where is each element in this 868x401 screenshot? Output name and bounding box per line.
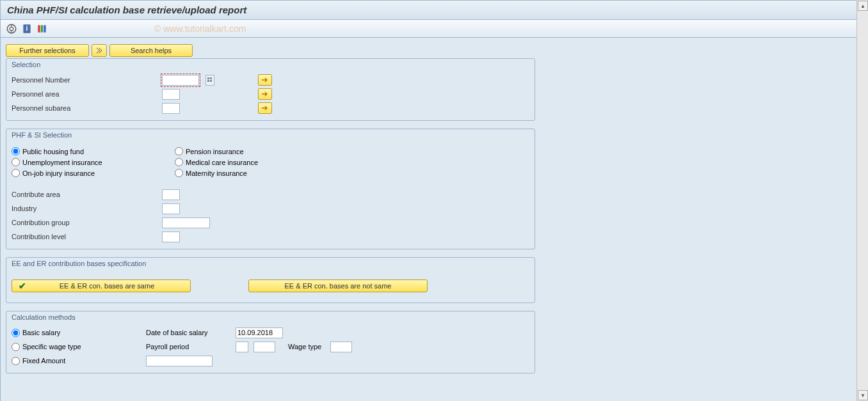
radio-basic-salary[interactable] (12, 329, 20, 337)
expand-arrow-button[interactable] (92, 44, 107, 57)
page-title: China PHF/SI calculation base retrieve/u… (7, 4, 246, 15)
date-of-basic-salary-input[interactable] (236, 327, 283, 338)
personnel-subarea-label: Personnel subarea (12, 104, 162, 112)
group-title: Calculation methods (6, 311, 534, 323)
main-container: Further selections Search helps Selectio… (0, 38, 868, 401)
wage-type-input[interactable] (330, 342, 352, 352)
radio-phf[interactable]: Public housing fund (12, 147, 175, 155)
radio-input[interactable] (12, 158, 20, 166)
radio-fixed-amount[interactable] (12, 357, 20, 365)
radio-input[interactable] (175, 169, 183, 177)
application-toolbar: i © www.tutorialkart.com (0, 20, 868, 38)
group-phf-si: PHF & SI Selection Public housing fund P… (6, 129, 535, 249)
f4-help-icon[interactable] (205, 75, 214, 86)
page-title-bar: China PHF/SI calculation base retrieve/u… (0, 0, 868, 20)
personnel-number-label: Personnel Number (12, 76, 162, 84)
radio-input[interactable] (12, 147, 20, 155)
radio-label: Fixed Amount (22, 357, 65, 365)
radio-specific-wage-type[interactable] (12, 343, 20, 351)
multiple-selection-button[interactable] (258, 88, 272, 100)
color-bars-icon[interactable] (36, 23, 48, 35)
radio-label: Public housing fund (22, 148, 84, 155)
further-selections-button[interactable]: Further selections (6, 44, 89, 57)
group-ee-er: EE and ER contribution bases specificati… (6, 257, 535, 303)
payroll-period-input-2[interactable] (253, 342, 275, 352)
payroll-period-input-1[interactable] (236, 342, 248, 352)
group-selection: Selection Personnel Number (6, 58, 535, 121)
svg-rect-10 (210, 77, 212, 79)
radio-label: Basic salary (22, 329, 60, 336)
radio-label: Unemployment insurance (22, 159, 102, 166)
personnel-number-input[interactable] (162, 75, 199, 86)
group-title: Selection (6, 59, 534, 70)
scroll-down-button[interactable]: ▼ (858, 390, 868, 400)
radio-label: Pension insurance (186, 148, 244, 155)
radio-injury[interactable]: On-job injury insurance (12, 169, 175, 177)
group-title: EE and ER contribution bases specificati… (6, 258, 534, 269)
contribution-group-label: Contribution group (12, 219, 162, 226)
radio-label: On-job injury insurance (22, 169, 95, 177)
content-area: Further selections Search helps Selectio… (1, 38, 867, 401)
search-helps-button[interactable]: Search helps (109, 44, 193, 57)
button-label: Search helps (131, 47, 172, 54)
button-label: EE & ER con. bases are same (30, 282, 184, 290)
svg-rect-7 (41, 25, 43, 32)
svg-point-1 (10, 27, 13, 31)
industry-label: Industry (12, 205, 162, 212)
svg-text:i: i (26, 25, 28, 32)
personnel-area-input[interactable] (162, 89, 180, 100)
multiple-selection-button[interactable] (258, 102, 272, 114)
watermark-text: © www.tutorialkart.com (154, 24, 246, 34)
wage-type-label: Wage type (288, 343, 321, 350)
ee-er-same-button[interactable]: ✔ EE & ER con. bases are same (12, 279, 191, 292)
payroll-period-label: Payroll period (146, 343, 236, 350)
group-calculation-methods: Calculation methods Basic salary Date of… (6, 311, 535, 373)
industry-input[interactable] (162, 203, 180, 214)
ee-er-not-same-button[interactable]: EE & ER con. bases are not same (248, 279, 428, 292)
radio-input[interactable] (12, 169, 20, 177)
execute-icon[interactable] (6, 23, 17, 35)
personnel-area-label: Personnel area (12, 90, 162, 98)
svg-rect-6 (38, 25, 40, 32)
contribution-group-input[interactable] (162, 217, 210, 228)
top-button-row: Further selections Search helps (6, 44, 862, 57)
contribute-area-label: Contribute area (12, 191, 162, 198)
button-label: EE & ER con. bases are not same (285, 282, 392, 290)
radio-pension[interactable]: Pension insurance (175, 147, 338, 155)
radio-label: Specific wage type (22, 343, 81, 350)
radio-maternity[interactable]: Maternity insurance (175, 169, 338, 177)
svg-rect-12 (210, 80, 212, 82)
radio-unemployment[interactable]: Unemployment insurance (12, 158, 175, 166)
personnel-subarea-input[interactable] (162, 103, 180, 114)
svg-rect-11 (207, 80, 209, 82)
checkmark-icon: ✔ (19, 281, 26, 291)
svg-rect-9 (207, 77, 209, 79)
fixed-amount-input[interactable] (146, 356, 213, 366)
radio-label: Medical care insurance (186, 159, 258, 166)
radio-medical[interactable]: Medical care insurance (175, 158, 338, 166)
radio-input[interactable] (175, 158, 183, 166)
contribution-level-input[interactable] (162, 232, 180, 242)
group-title: PHF & SI Selection (6, 129, 534, 141)
info-icon[interactable]: i (21, 23, 33, 35)
scroll-up-button[interactable]: ▲ (858, 1, 868, 11)
multiple-selection-button[interactable] (258, 74, 272, 86)
svg-rect-8 (44, 25, 45, 32)
radio-label: Maternity insurance (186, 169, 247, 177)
radio-input[interactable] (175, 147, 183, 155)
vertical-scrollbar[interactable]: ▲ ▼ (856, 0, 868, 401)
button-label: Further selections (19, 47, 75, 54)
date-of-basic-salary-label: Date of basic salary (146, 329, 236, 336)
contribution-level-label: Contribution level (12, 233, 162, 240)
contribute-area-input[interactable] (162, 189, 180, 200)
